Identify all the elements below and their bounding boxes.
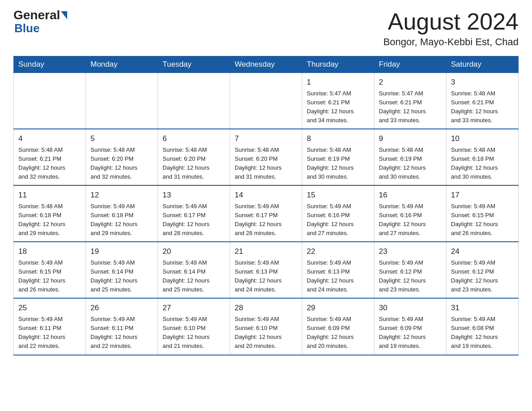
subtitle: Bongor, Mayo-Kebbi Est, Chad [383,36,519,48]
day-number: 27 [163,302,225,314]
day-info: Sunrise: 5:49 AM Sunset: 6:12 PM Dayligh… [451,258,514,295]
day-info: Sunrise: 5:49 AM Sunset: 6:11 PM Dayligh… [18,315,81,351]
day-number: 31 [451,302,514,314]
main-title: August 2024 [383,9,519,34]
day-info: Sunrise: 5:48 AM Sunset: 6:19 PM Dayligh… [307,146,369,182]
day-number: 29 [307,302,369,314]
calendar-cell: 15Sunrise: 5:49 AM Sunset: 6:16 PM Dayli… [302,185,374,242]
day-info: Sunrise: 5:49 AM Sunset: 6:16 PM Dayligh… [379,202,442,238]
day-info: Sunrise: 5:49 AM Sunset: 6:08 PM Dayligh… [451,315,514,351]
calendar-table: SundayMondayTuesdayWednesdayThursdayFrid… [13,56,519,355]
day-info: Sunrise: 5:48 AM Sunset: 6:21 PM Dayligh… [451,89,514,125]
day-info: Sunrise: 5:49 AM Sunset: 6:10 PM Dayligh… [235,315,297,351]
logo-general-text: General [13,9,60,21]
day-number: 6 [163,133,225,145]
day-number: 28 [235,302,297,314]
calendar-cell: 10Sunrise: 5:48 AM Sunset: 6:18 PM Dayli… [446,129,519,185]
calendar-cell: 4Sunrise: 5:48 AM Sunset: 6:21 PM Daylig… [14,129,86,185]
day-number: 25 [18,302,81,314]
calendar-cell: 22Sunrise: 5:49 AM Sunset: 6:13 PM Dayli… [302,242,374,298]
day-info: Sunrise: 5:49 AM Sunset: 6:15 PM Dayligh… [18,258,81,295]
day-number: 23 [379,246,442,257]
day-info: Sunrise: 5:49 AM Sunset: 6:09 PM Dayligh… [307,315,369,351]
calendar-cell: 1Sunrise: 5:47 AM Sunset: 6:21 PM Daylig… [302,73,374,129]
calendar-cell: 16Sunrise: 5:49 AM Sunset: 6:16 PM Dayli… [374,185,446,242]
day-number: 9 [379,133,442,145]
day-number: 5 [90,133,153,145]
day-number: 8 [307,133,369,145]
day-number: 11 [18,189,81,201]
day-number: 26 [90,302,153,314]
calendar-cell: 20Sunrise: 5:49 AM Sunset: 6:14 PM Dayli… [158,242,230,298]
calendar-cell [14,73,86,129]
day-info: Sunrise: 5:49 AM Sunset: 6:17 PM Dayligh… [163,202,225,238]
calendar-cell: 12Sunrise: 5:49 AM Sunset: 6:18 PM Dayli… [86,185,158,242]
day-info: Sunrise: 5:49 AM Sunset: 6:12 PM Dayligh… [379,258,442,295]
day-info: Sunrise: 5:48 AM Sunset: 6:20 PM Dayligh… [163,146,225,182]
calendar-cell: 25Sunrise: 5:49 AM Sunset: 6:11 PM Dayli… [14,298,86,355]
calendar-cell: 5Sunrise: 5:48 AM Sunset: 6:20 PM Daylig… [86,129,158,185]
day-header-wednesday: Wednesday [230,56,302,73]
day-info: Sunrise: 5:48 AM Sunset: 6:18 PM Dayligh… [18,202,81,238]
day-header-sunday: Sunday [14,56,86,73]
page-header: General Blue August 2024 Bongor, Mayo-Ke… [13,9,519,48]
day-number: 22 [307,246,369,257]
calendar-week-row: 11Sunrise: 5:48 AM Sunset: 6:18 PM Dayli… [14,185,519,242]
day-number: 10 [451,133,514,145]
calendar-cell: 6Sunrise: 5:48 AM Sunset: 6:20 PM Daylig… [158,129,230,185]
day-number: 30 [379,302,442,314]
logo: General Blue [13,9,68,35]
calendar-header-row: SundayMondayTuesdayWednesdayThursdayFrid… [14,56,519,73]
day-info: Sunrise: 5:48 AM Sunset: 6:19 PM Dayligh… [379,146,442,182]
day-number: 16 [379,189,442,201]
day-info: Sunrise: 5:49 AM Sunset: 6:14 PM Dayligh… [90,258,153,295]
day-info: Sunrise: 5:49 AM Sunset: 6:17 PM Dayligh… [235,202,297,238]
calendar-cell: 17Sunrise: 5:49 AM Sunset: 6:15 PM Dayli… [446,185,519,242]
day-number: 21 [235,246,297,257]
logo-arrow-icon [61,11,67,19]
day-info: Sunrise: 5:48 AM Sunset: 6:20 PM Dayligh… [235,146,297,182]
day-number: 18 [18,246,81,257]
day-info: Sunrise: 5:49 AM Sunset: 6:10 PM Dayligh… [163,315,225,351]
calendar-cell: 23Sunrise: 5:49 AM Sunset: 6:12 PM Dayli… [374,242,446,298]
calendar-cell: 13Sunrise: 5:49 AM Sunset: 6:17 PM Dayli… [158,185,230,242]
day-info: Sunrise: 5:49 AM Sunset: 6:15 PM Dayligh… [451,202,514,238]
calendar-cell: 2Sunrise: 5:47 AM Sunset: 6:21 PM Daylig… [374,73,446,129]
day-number: 13 [163,189,225,201]
day-header-monday: Monday [86,56,158,73]
calendar-cell: 3Sunrise: 5:48 AM Sunset: 6:21 PM Daylig… [446,73,519,129]
calendar-week-row: 25Sunrise: 5:49 AM Sunset: 6:11 PM Dayli… [14,298,519,355]
day-info: Sunrise: 5:48 AM Sunset: 6:18 PM Dayligh… [451,146,514,182]
day-number: 12 [90,189,153,201]
calendar-cell: 24Sunrise: 5:49 AM Sunset: 6:12 PM Dayli… [446,242,519,298]
day-info: Sunrise: 5:49 AM Sunset: 6:13 PM Dayligh… [307,258,369,295]
day-header-tuesday: Tuesday [158,56,230,73]
day-info: Sunrise: 5:47 AM Sunset: 6:21 PM Dayligh… [379,89,442,125]
calendar-cell: 26Sunrise: 5:49 AM Sunset: 6:11 PM Dayli… [86,298,158,355]
calendar-cell: 9Sunrise: 5:48 AM Sunset: 6:19 PM Daylig… [374,129,446,185]
day-number: 2 [379,77,442,88]
calendar-cell [158,73,230,129]
calendar-cell [86,73,158,129]
day-number: 17 [451,189,514,201]
calendar-cell: 31Sunrise: 5:49 AM Sunset: 6:08 PM Dayli… [446,298,519,355]
day-number: 14 [235,189,297,201]
day-info: Sunrise: 5:49 AM Sunset: 6:14 PM Dayligh… [163,258,225,295]
calendar-cell: 29Sunrise: 5:49 AM Sunset: 6:09 PM Dayli… [302,298,374,355]
day-number: 15 [307,189,369,201]
calendar-cell: 8Sunrise: 5:48 AM Sunset: 6:19 PM Daylig… [302,129,374,185]
calendar-cell: 11Sunrise: 5:48 AM Sunset: 6:18 PM Dayli… [14,185,86,242]
day-info: Sunrise: 5:49 AM Sunset: 6:18 PM Dayligh… [90,202,153,238]
day-header-saturday: Saturday [446,56,519,73]
calendar-week-row: 1Sunrise: 5:47 AM Sunset: 6:21 PM Daylig… [14,73,519,129]
day-info: Sunrise: 5:49 AM Sunset: 6:11 PM Dayligh… [90,315,153,351]
day-number: 7 [235,133,297,145]
day-number: 24 [451,246,514,257]
day-number: 19 [90,246,153,257]
logo-blue-text: Blue [14,21,39,35]
calendar-cell: 30Sunrise: 5:49 AM Sunset: 6:09 PM Dayli… [374,298,446,355]
calendar-week-row: 4Sunrise: 5:48 AM Sunset: 6:21 PM Daylig… [14,129,519,185]
day-info: Sunrise: 5:49 AM Sunset: 6:16 PM Dayligh… [307,202,369,238]
day-info: Sunrise: 5:48 AM Sunset: 6:20 PM Dayligh… [90,146,153,182]
day-info: Sunrise: 5:49 AM Sunset: 6:13 PM Dayligh… [235,258,297,295]
